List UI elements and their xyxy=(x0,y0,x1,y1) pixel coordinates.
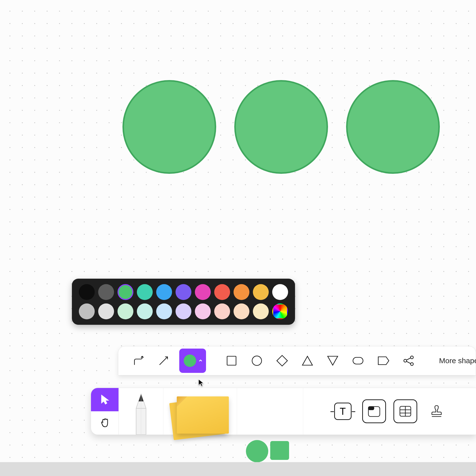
color-swatch-light-orange[interactable] xyxy=(234,303,249,319)
canvas-shape-circle[interactable] xyxy=(122,80,216,174)
color-swatch-orange[interactable] xyxy=(234,284,249,300)
svg-rect-2 xyxy=(353,357,363,364)
footer-bar xyxy=(0,462,476,476)
svg-point-3 xyxy=(404,359,407,362)
color-swatch-light-purple[interactable] xyxy=(176,303,191,319)
chevron-up-icon xyxy=(199,359,203,363)
color-swatch-red[interactable] xyxy=(214,284,230,300)
sticky-note-tool[interactable] xyxy=(168,393,232,435)
color-palette xyxy=(72,279,295,325)
color-swatch-teal[interactable] xyxy=(137,284,153,300)
color-swatch-light-magenta[interactable] xyxy=(195,303,211,319)
color-swatch-magenta[interactable] xyxy=(195,284,211,300)
shape-color-button[interactable] xyxy=(179,349,206,373)
more-shapes-button[interactable]: More shapes xyxy=(439,357,476,365)
stamp-tool[interactable] xyxy=(425,399,448,423)
shapes-tool-circle-icon xyxy=(246,440,268,462)
color-swatch-purple[interactable] xyxy=(176,284,191,300)
hand-mode-button[interactable] xyxy=(91,411,119,435)
color-swatch-light-blue[interactable] xyxy=(156,303,172,319)
shape-circle-tool[interactable] xyxy=(247,351,267,370)
shape-toolbar: More shapes xyxy=(118,346,476,375)
canvas-shape-circle[interactable] xyxy=(234,80,328,174)
connector-straight-tool[interactable] xyxy=(154,351,173,370)
svg-point-4 xyxy=(411,356,413,359)
color-swatch-green[interactable] xyxy=(118,284,133,300)
svg-rect-7 xyxy=(368,407,374,410)
svg-point-1 xyxy=(252,356,262,365)
section-tool[interactable] xyxy=(362,399,386,423)
connector-elbow-tool[interactable] xyxy=(129,351,148,370)
shape-rectangle-tool[interactable] xyxy=(222,351,241,370)
text-tool[interactable]: T xyxy=(331,399,355,423)
color-swatch-light-yellow[interactable] xyxy=(253,303,269,319)
color-swatch-light-green[interactable] xyxy=(118,303,133,319)
color-swatch-light-gray-1[interactable] xyxy=(79,303,95,319)
cursor-icon xyxy=(198,379,206,387)
text-tool-label: T xyxy=(340,406,346,417)
color-swatch-black[interactable] xyxy=(79,284,95,300)
color-swatch-blue[interactable] xyxy=(156,284,172,300)
color-swatch-light-gray-2[interactable] xyxy=(98,303,114,319)
canvas-shape-circle[interactable] xyxy=(346,80,440,174)
color-swatch-yellow[interactable] xyxy=(253,284,269,300)
shape-triangle-down-tool[interactable] xyxy=(323,351,342,370)
color-swatch-light-teal[interactable] xyxy=(137,303,153,319)
color-swatch-light-red[interactable] xyxy=(214,303,230,319)
main-toolbar: T xyxy=(91,388,476,435)
color-swatch-white[interactable] xyxy=(272,284,288,300)
pen-tool[interactable] xyxy=(125,392,157,435)
color-swatch-custom[interactable] xyxy=(272,303,288,319)
select-mode-button[interactable] xyxy=(91,388,119,411)
svg-rect-0 xyxy=(227,356,236,365)
shape-triangle-up-tool[interactable] xyxy=(298,351,317,370)
shape-share-tool[interactable] xyxy=(399,351,418,370)
shape-color-preview-icon xyxy=(184,355,196,367)
svg-point-5 xyxy=(411,363,413,365)
color-swatch-gray[interactable] xyxy=(98,284,114,300)
shape-chevron-tool[interactable] xyxy=(374,351,393,370)
shape-rounded-rect-tool[interactable] xyxy=(348,351,368,370)
shapes-tool-square-icon xyxy=(270,441,289,460)
table-tool[interactable] xyxy=(393,399,417,423)
shape-diamond-tool[interactable] xyxy=(272,351,292,370)
